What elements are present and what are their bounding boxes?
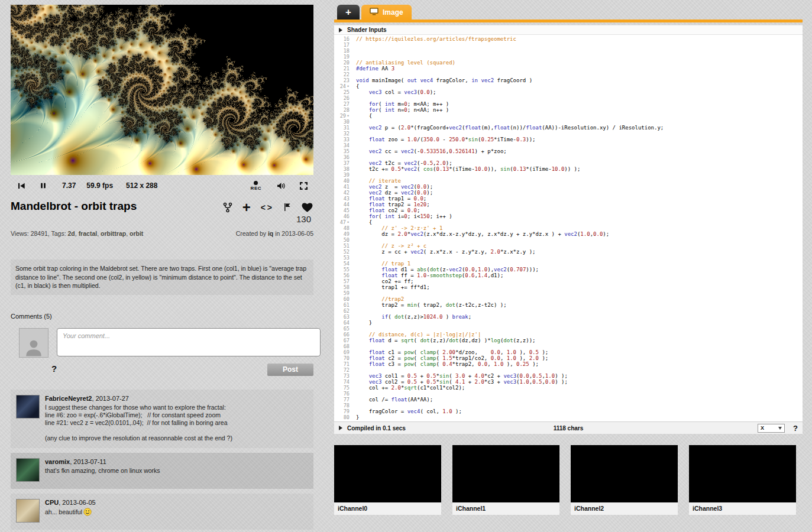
shader-viewport[interactable] — [11, 5, 313, 175]
editor-panel: + Image Shader Inputs 16// https://iquil… — [334, 0, 803, 515]
line-number: 61 — [334, 302, 352, 308]
shader-inputs-label: Shader Inputs — [347, 27, 387, 33]
line-number: 23 — [334, 77, 352, 83]
channel-label: iChannel0 — [334, 502, 441, 515]
author-link[interactable]: iq — [268, 230, 273, 237]
code-line: // https://iquilezles.org/articles/ftrap… — [356, 36, 516, 42]
export-dropdown[interactable]: X — [758, 424, 785, 433]
channel-preview[interactable] — [571, 445, 678, 502]
line-number: 27 — [334, 101, 352, 107]
channel-slot-1[interactable]: iChannel1 — [452, 445, 559, 515]
code-line: for( int m=0; m<AA; m++ ) — [356, 101, 449, 107]
share-fork-button[interactable] — [223, 202, 232, 213]
line-number: 44 — [334, 202, 352, 207]
help-link[interactable]: ? — [51, 364, 57, 374]
line-number: 48 — [334, 225, 352, 231]
line-number: 73 — [334, 373, 352, 379]
code-line: z = cc + vec2( z.x*z.x - z.y*z.y, 2.0*z.… — [356, 249, 535, 255]
code-line: float c1 = pow( clamp( 2.00*d/zoo, 0.0, … — [356, 349, 548, 355]
fullscreen-button[interactable] — [300, 182, 308, 190]
like-heart-icon[interactable] — [301, 202, 313, 213]
channel-slot-2[interactable]: iChannel2 — [571, 445, 678, 515]
line-number: 69 — [334, 349, 352, 355]
channel-preview[interactable] — [689, 445, 796, 502]
player-bar: 7.37 59.9 fps 512 x 288 REC — [11, 175, 313, 196]
player-fps: 59.9 fps — [86, 181, 113, 190]
code-line: } — [356, 414, 359, 420]
title-row: Mandelbrot - orbit traps + <> — [11, 200, 313, 213]
code-line: vec2 dz = vec2(0.0); — [356, 190, 433, 196]
channel-slot-3[interactable]: iChannel3 — [689, 445, 796, 515]
line-number: 52 — [334, 249, 352, 255]
volume-button[interactable] — [277, 182, 286, 190]
comment-item: varomix2013-07-11 that's fkn amazing, ch… — [11, 453, 313, 489]
code-line: // iterate — [356, 178, 401, 184]
person-icon — [24, 337, 44, 357]
line-number: 45 — [334, 207, 352, 213]
accent-bar — [334, 20, 803, 22]
shader-page-left: 7.37 59.9 fps 512 x 288 REC Mandelbrot -… — [11, 5, 313, 530]
tab-image[interactable]: Image — [361, 5, 412, 20]
commenter-name[interactable]: CPU — [45, 499, 59, 506]
code-line: // z -> z² + c — [356, 243, 426, 249]
export-label: X — [761, 425, 764, 431]
line-number: 38 — [334, 166, 352, 172]
tag-link-fractal[interactable]: fractal — [79, 230, 101, 237]
code-line: dz = 2.0*vec2(z.x*dz.x-z.y*dz.y, z.x*dz.… — [356, 231, 609, 237]
commenter-name[interactable]: FabriceNeyret2 — [45, 395, 92, 402]
line-number: 25 — [334, 89, 352, 95]
code-line: for( int i=0; i<150; i++ ) — [356, 213, 452, 219]
line-number: 72 — [334, 367, 352, 373]
channel-preview[interactable] — [334, 445, 441, 502]
line-number: 40 — [334, 178, 352, 184]
post-button[interactable]: Post — [267, 364, 313, 376]
add-button[interactable]: + — [242, 202, 251, 213]
tag-link-2d[interactable]: 2d — [68, 230, 79, 237]
editor-help-link[interactable]: ? — [793, 424, 798, 433]
comment-item: CPU2013-06-05 ah... beautiful — [11, 494, 313, 530]
comment-text: line #6: zoo = exp(-.6*iGlobalTime); // … — [45, 411, 308, 419]
line-number: 77 — [334, 397, 352, 403]
code-line: { — [356, 83, 359, 89]
code-line: float zoo = 1.0/(350.0 - 250.0*sin(0.25*… — [356, 137, 536, 142]
line-number: 56 — [334, 273, 352, 278]
line-number: 75 — [334, 385, 352, 391]
comment-text: line #21: vec2 z = vec2(0.0101,.04); // … — [45, 419, 308, 427]
comments-header: Comments (5) — [11, 313, 313, 320]
line-number: 58 — [334, 284, 352, 290]
tag-link-orbittrap[interactable]: orbittrap — [101, 230, 130, 237]
tag-link-orbit[interactable]: orbit — [130, 230, 143, 237]
line-number: 39 — [334, 172, 352, 178]
channel-preview[interactable] — [452, 445, 559, 502]
pause-button[interactable] — [40, 182, 47, 189]
commenter-name[interactable]: varomix — [45, 458, 70, 465]
rewind-button[interactable] — [18, 182, 25, 190]
code-editor[interactable]: 16// https://iquilezles.org/articles/ftr… — [334, 35, 803, 421]
line-number: 47• — [334, 219, 352, 225]
commenter-avatar — [16, 499, 40, 523]
new-tab-button[interactable]: + — [337, 5, 360, 20]
char-count: 1118 chars — [554, 425, 584, 432]
code-line: float c3 = pow( clamp( 0.4*trap2, 0.0, 1… — [356, 361, 539, 367]
compile-expand-icon[interactable] — [339, 426, 342, 430]
comment-input[interactable] — [57, 328, 321, 356]
comment-text: (any clue to improve the resolution at r… — [45, 434, 308, 442]
comment-text — [45, 427, 308, 434]
shader-inputs-bar[interactable]: Shader Inputs — [334, 25, 803, 35]
line-number: 51 — [334, 243, 352, 249]
code-line: col += 2.0*sqrt(c1*col1*col2); — [356, 385, 465, 391]
user-avatar — [19, 328, 48, 358]
views-label: Views: 28491, Tags: — [11, 230, 68, 237]
comment-form: ? Post — [19, 328, 313, 385]
line-number: 76 — [334, 391, 352, 397]
code-line: { — [356, 219, 372, 225]
flag-button[interactable] — [284, 203, 291, 212]
channel-slot-0[interactable]: iChannel0 — [334, 445, 441, 515]
comment-text: I suggest these changes for those who wa… — [45, 404, 308, 411]
code-line: float c2 = pow( clamp( 1.5*trap1/co2, 0.… — [356, 355, 548, 361]
code-line: vec3 col = vec3(0.0); — [356, 89, 436, 95]
record-button[interactable]: REC — [251, 181, 261, 191]
embed-code-button[interactable]: <> — [261, 203, 274, 212]
player-time: 7.37 — [62, 181, 76, 190]
code-line: float d = sqrt( dot(z,z)/dot(dz,dz) )*lo… — [356, 338, 536, 343]
